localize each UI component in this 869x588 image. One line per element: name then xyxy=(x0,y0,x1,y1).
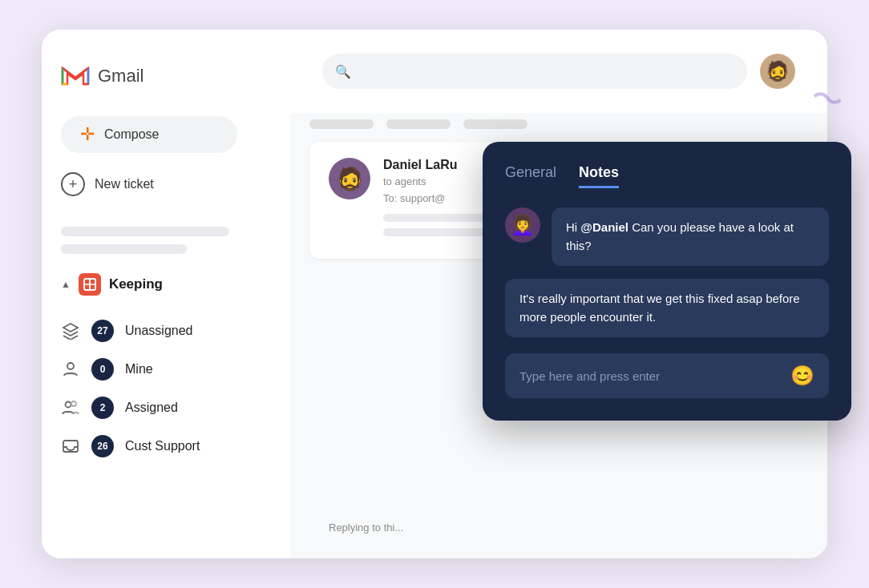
inbox-icon xyxy=(61,437,80,456)
panel-tabs: General Notes xyxy=(505,164,829,188)
keeping-section: ▲ Keeping xyxy=(61,273,271,465)
tab-notes[interactable]: Notes xyxy=(579,164,619,188)
mention-text: @Daniel xyxy=(580,220,629,234)
search-icon: 🔍 xyxy=(335,64,351,79)
keeping-chevron-icon: ▲ xyxy=(61,279,71,290)
user-avatar[interactable]: 🧔 xyxy=(760,54,795,89)
new-ticket-icon: + xyxy=(61,172,85,196)
keeping-label: Keeping xyxy=(109,276,163,292)
svg-rect-0 xyxy=(61,62,90,91)
reply-text: Replying to thi... xyxy=(329,522,403,534)
layers-icon xyxy=(61,321,80,340)
cust-support-label: Cust Support xyxy=(125,439,200,453)
nav-item-assigned[interactable]: 2 Assigned xyxy=(61,389,271,427)
skeleton-bar-3 xyxy=(463,119,527,129)
message-row-1: 👩‍🦱 Hi @Daniel Can you please have a loo… xyxy=(505,207,829,266)
skeleton-line-1 xyxy=(61,227,229,236)
gmail-text-label: Gmail xyxy=(98,66,143,87)
main-header: 🔍 🧔 xyxy=(290,30,827,113)
gmail-logo: Gmail xyxy=(61,62,271,91)
panel-input[interactable]: Type here and press enter 😊 xyxy=(505,353,829,398)
svg-point-9 xyxy=(66,402,71,408)
skeleton-bar-2 xyxy=(386,119,451,129)
tab-general[interactable]: General xyxy=(505,164,556,188)
gmail-m-icon xyxy=(61,62,90,91)
keeping-brand-icon xyxy=(79,273,101,296)
unassigned-label: Unassigned xyxy=(125,324,193,338)
main-card: Gmail ✛ Compose + New ticket ▲ xyxy=(42,30,827,558)
emoji-picker-icon[interactable]: 😊 xyxy=(790,364,814,387)
new-ticket-label: New ticket xyxy=(95,177,154,191)
assigned-label: Assigned xyxy=(125,401,178,415)
nav-item-cust-support[interactable]: 26 Cust Support xyxy=(61,427,271,465)
message-sender-avatar: 👩‍🦱 xyxy=(505,207,540,243)
nav-item-unassigned[interactable]: 27 Unassigned xyxy=(61,312,271,350)
keeping-header: ▲ Keeping xyxy=(61,273,271,296)
skeleton-bar-1 xyxy=(309,119,374,129)
message-bubble-2: It's really important that we get this f… xyxy=(505,279,829,337)
svg-point-10 xyxy=(71,401,76,406)
nav-item-mine[interactable]: 0 Mine xyxy=(61,350,271,389)
search-bar[interactable]: 🔍 xyxy=(322,54,747,89)
svg-point-8 xyxy=(67,363,74,369)
mine-badge: 0 xyxy=(91,358,114,381)
new-ticket-button[interactable]: + New ticket xyxy=(61,164,237,204)
message-bubble-1: Hi @Daniel Can you please have a look at… xyxy=(552,207,829,266)
compose-button[interactable]: ✛ Compose xyxy=(61,116,237,153)
reply-bar: Replying to thi... xyxy=(309,510,422,534)
header-skeletons xyxy=(290,119,827,129)
sidebar: Gmail ✛ Compose + New ticket ▲ xyxy=(42,30,290,558)
assigned-badge: 2 xyxy=(91,397,114,419)
mine-label: Mine xyxy=(125,362,153,377)
skeleton-line-2 xyxy=(61,244,187,254)
input-placeholder-text: Type here and press enter xyxy=(519,369,660,383)
compose-plus-icon: ✛ xyxy=(80,126,95,143)
skeleton-placeholder xyxy=(61,227,271,254)
compose-label: Compose xyxy=(104,127,159,142)
person-icon xyxy=(61,360,80,379)
sender-avatar: 🧔 xyxy=(329,158,370,199)
people-icon xyxy=(61,398,80,417)
notes-panel: General Notes 👩‍🦱 Hi @Daniel Can you ple… xyxy=(483,142,851,421)
cust-support-badge: 26 xyxy=(91,435,114,457)
unassigned-badge: 27 xyxy=(91,320,114,342)
